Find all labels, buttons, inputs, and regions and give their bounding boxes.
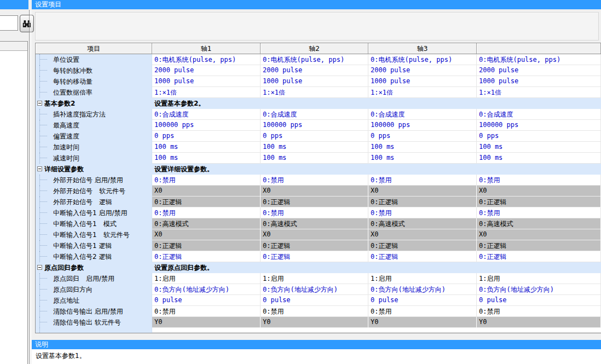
value-cell-axis2[interactable]: X0	[261, 186, 368, 197]
find-button[interactable]	[20, 15, 34, 32]
value-cell-axis3[interactable]: 0:正逻辑	[368, 197, 477, 207]
value-cell-axis1[interactable]: X0	[152, 186, 261, 197]
value-cell-axis2[interactable]: 2000 pulse	[261, 65, 368, 76]
param-label-cell[interactable]: 中断输入信号2 逻辑	[36, 251, 152, 262]
value-cell-axis2[interactable]: 100000 pps	[261, 120, 368, 131]
value-cell-axis1[interactable]: 0:禁用	[152, 175, 261, 186]
param-label-cell[interactable]: 外部开始信号 启用/禁用	[36, 175, 152, 186]
value-cell-axis4[interactable]: 0:禁用	[477, 207, 601, 218]
param-label-cell[interactable]: 中断输入信号1 逻辑	[36, 240, 152, 251]
value-cell-axis1[interactable]: 0:高速模式	[152, 218, 261, 229]
param-label-cell[interactable]: 减速时间	[36, 153, 152, 164]
value-cell-axis2[interactable]: 1:×1倍	[261, 87, 368, 98]
param-label-cell[interactable]: 原点回归 启用/禁用	[36, 273, 152, 284]
value-cell-axis4[interactable]: 100 ms	[477, 142, 601, 153]
value-cell-axis1[interactable]: 0:禁用	[152, 207, 261, 218]
param-label-cell[interactable]: 原点回归方向	[36, 284, 152, 295]
value-cell-axis1[interactable]: 0:合成速度	[152, 109, 261, 120]
value-cell-axis2[interactable]: 0:高速模式	[261, 218, 368, 229]
param-label-cell[interactable]: 单位设置	[36, 54, 152, 65]
param-label-cell[interactable]: 偏置速度	[36, 131, 152, 142]
value-cell-axis1[interactable]: 2000 pulse	[152, 65, 261, 76]
value-cell-axis3[interactable]: 0 pulse	[368, 295, 477, 306]
collapse-icon[interactable]	[37, 265, 42, 270]
value-cell-axis1[interactable]: 1:启用	[152, 273, 261, 284]
value-cell-axis1[interactable]: 100 ms	[152, 142, 261, 153]
param-label-cell[interactable]: 最高速度	[36, 120, 152, 131]
value-cell-axis3[interactable]: 0:电机系统(pulse, pps)	[368, 54, 477, 65]
value-cell-axis3[interactable]: 0:负方向(地址减少方向)	[368, 284, 477, 295]
value-cell-axis2[interactable]: 0 pulse	[261, 295, 368, 306]
value-cell-axis2[interactable]: 100 ms	[261, 142, 368, 153]
value-cell-axis2[interactable]: 0:合成速度	[261, 109, 368, 120]
value-cell-axis1[interactable]: 1000 pulse	[152, 76, 261, 87]
value-cell-axis1[interactable]: 0:禁用	[152, 306, 261, 317]
value-cell-axis3[interactable]: X0	[368, 186, 477, 197]
value-cell-axis2[interactable]: 0 pps	[261, 131, 368, 142]
value-cell-axis2[interactable]: 0:禁用	[261, 207, 368, 218]
collapse-icon[interactable]	[37, 166, 42, 171]
value-cell-axis3[interactable]: 100000 pps	[368, 120, 477, 131]
value-cell-axis1[interactable]: 0:正逻辑	[152, 240, 261, 251]
value-cell-axis2[interactable]: 0:正逻辑	[261, 197, 368, 207]
value-cell-axis2[interactable]: 1000 pulse	[261, 76, 368, 87]
value-cell-axis3[interactable]: 100 ms	[368, 153, 477, 164]
value-cell-axis4[interactable]: 0:高速模式	[477, 218, 601, 229]
collapse-icon[interactable]	[37, 101, 42, 106]
value-cell-axis4[interactable]: 100000 pps	[477, 120, 601, 131]
value-cell-axis4[interactable]: X0	[477, 186, 601, 197]
value-cell-axis3[interactable]: 1:×1倍	[368, 87, 477, 98]
search-input[interactable]	[0, 15, 18, 31]
value-cell-axis1[interactable]: 0:电机系统(pulse, pps)	[152, 54, 261, 65]
value-cell-axis4[interactable]: 0:合成速度	[477, 109, 601, 120]
param-label-cell[interactable]: 原点地址	[36, 295, 152, 306]
value-cell-axis2[interactable]: Y0	[261, 317, 368, 328]
value-cell-axis4[interactable]: 0:禁用	[477, 175, 601, 186]
value-cell-axis3[interactable]: 0:正逻辑	[368, 251, 477, 262]
value-cell-axis1[interactable]: Y0	[152, 317, 261, 328]
param-label-cell[interactable]: 每转的脉冲数	[36, 65, 152, 76]
item-tree-panel[interactable]	[0, 41, 28, 364]
value-cell-axis3[interactable]: X0	[368, 229, 477, 240]
value-cell-axis4[interactable]: 1000 pulse	[477, 76, 601, 87]
value-cell-axis4[interactable]: 0 pulse	[477, 295, 601, 306]
value-cell-axis3[interactable]: 0 pps	[368, 131, 477, 142]
value-cell-axis4[interactable]: 0:正逻辑	[477, 251, 601, 262]
value-cell-axis1[interactable]: X0	[152, 229, 261, 240]
value-cell-axis3[interactable]: 0:高速模式	[368, 218, 477, 229]
group-row[interactable]: 基本参数2设置基本参数2。	[36, 98, 601, 109]
group-label-cell[interactable]: 基本参数2	[36, 98, 152, 109]
value-cell-axis2[interactable]: 0:正逻辑	[261, 251, 368, 262]
value-cell-axis4[interactable]: 0:正逻辑	[477, 197, 601, 207]
value-cell-axis4[interactable]: X0	[477, 229, 601, 240]
value-cell-axis2[interactable]: X0	[261, 229, 368, 240]
value-cell-axis4[interactable]: 0:负方向(地址减少方向)	[477, 284, 601, 295]
value-cell-axis2[interactable]: 1:启用	[261, 273, 368, 284]
value-cell-axis1[interactable]: 0 pps	[152, 131, 261, 142]
value-cell-axis2[interactable]: 0:禁用	[261, 175, 368, 186]
group-label-cell[interactable]: 详细设置参数	[36, 164, 152, 175]
value-cell-axis3[interactable]: 1:启用	[368, 273, 477, 284]
value-cell-axis3[interactable]: 2000 pulse	[368, 65, 477, 76]
value-cell-axis2[interactable]: 0:电机系统(pulse, pps)	[261, 54, 368, 65]
param-label-cell[interactable]: 外部开始信号 逻辑	[36, 197, 152, 207]
group-row[interactable]: 原点回归参数设置原点回归参数。	[36, 262, 601, 273]
value-cell-axis4[interactable]: 0:禁用	[477, 306, 601, 317]
value-cell-axis2[interactable]: 0:禁用	[261, 306, 368, 317]
value-cell-axis3[interactable]: 0:禁用	[368, 207, 477, 218]
value-cell-axis3[interactable]: Y0	[368, 317, 477, 328]
group-label-cell[interactable]: 原点回归参数	[36, 262, 152, 273]
param-label-cell[interactable]: 中断输入信号1 模式	[36, 218, 152, 229]
value-cell-axis3[interactable]: 0:禁用	[368, 306, 477, 317]
param-label-cell[interactable]: 位置数据倍率	[36, 87, 152, 98]
value-cell-axis1[interactable]: 1:×1倍	[152, 87, 261, 98]
value-cell-axis3[interactable]: 100 ms	[368, 142, 477, 153]
value-cell-axis2[interactable]: 0:负方向(地址减少方向)	[261, 284, 368, 295]
value-cell-axis4[interactable]: 1:×1倍	[477, 87, 601, 98]
param-label-cell[interactable]: 外部开始信号 软元件号	[36, 186, 152, 197]
value-cell-axis4[interactable]: 1:启用	[477, 273, 601, 284]
value-cell-axis4[interactable]: Y0	[477, 317, 601, 328]
group-row[interactable]: 详细设置参数设置详细设置参数。	[36, 164, 601, 175]
value-cell-axis4[interactable]: 0:正逻辑	[477, 240, 601, 251]
value-cell-axis3[interactable]: 0:正逻辑	[368, 240, 477, 251]
